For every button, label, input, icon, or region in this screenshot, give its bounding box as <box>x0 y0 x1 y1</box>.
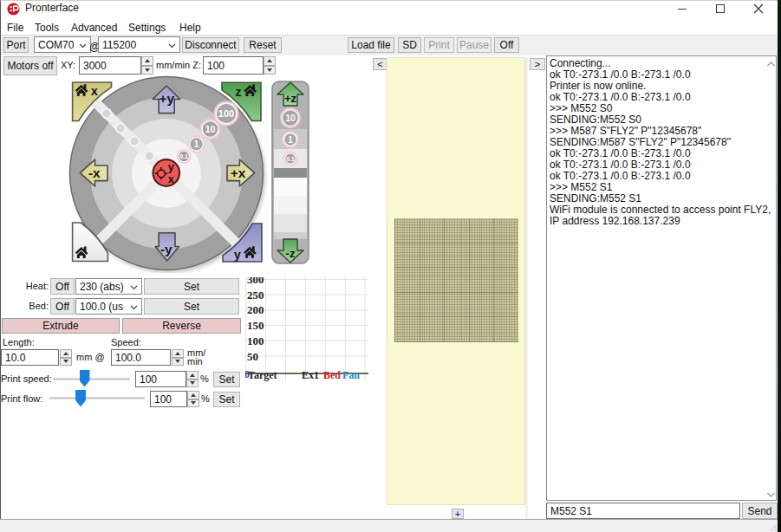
svg-text:0.1: 0.1 <box>286 156 295 162</box>
svg-text:+x: +x <box>231 165 246 180</box>
svg-text:-x: -x <box>88 165 101 180</box>
svg-text:0.1: 0.1 <box>179 153 188 159</box>
svg-text:Ex1: Ex1 <box>302 369 319 381</box>
svg-text:Target: Target <box>248 369 277 381</box>
svg-text:y: y <box>168 161 174 173</box>
svg-text:x: x <box>168 173 174 185</box>
svg-text:z: z <box>236 85 242 99</box>
svg-text:Bed: Bed <box>323 369 341 381</box>
svg-text:+y: +y <box>159 91 174 106</box>
svg-text:10: 10 <box>285 113 296 123</box>
svg-text:100: 100 <box>218 108 234 119</box>
svg-text:1: 1 <box>194 139 199 149</box>
svg-text:200: 200 <box>247 303 264 316</box>
svg-text:150: 150 <box>247 319 264 332</box>
svg-text:-y: -y <box>160 242 172 256</box>
svg-text:y: y <box>234 248 241 262</box>
svg-text:50: 50 <box>247 350 258 363</box>
svg-text:100: 100 <box>247 334 264 347</box>
svg-text:-z: -z <box>286 247 296 260</box>
svg-text:1: 1 <box>288 135 293 145</box>
svg-text:300: 300 <box>247 277 264 286</box>
svg-text:250: 250 <box>247 289 264 302</box>
svg-text:x: x <box>91 84 98 98</box>
svg-text:+z: +z <box>284 92 297 105</box>
svg-text:Fan: Fan <box>342 369 360 381</box>
svg-text:10: 10 <box>205 124 216 134</box>
